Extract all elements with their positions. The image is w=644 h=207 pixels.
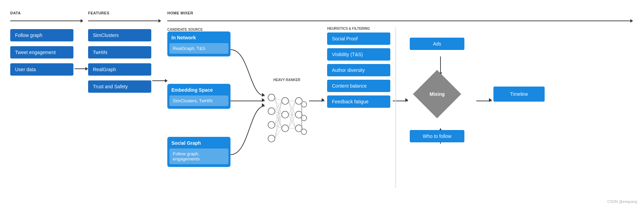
svg-line-35 bbox=[275, 101, 282, 139]
svg-marker-4 bbox=[322, 98, 324, 102]
trust-safety-box: Trust and Safety bbox=[88, 80, 151, 93]
mixing-diamond: Mixing bbox=[413, 70, 461, 118]
svg-point-19 bbox=[282, 125, 289, 132]
main-container: DATA FEATURES HOME MIXER Follow graph Tw… bbox=[0, 0, 644, 207]
feedback-fatigue-box: Feedback fatigue bbox=[327, 95, 390, 108]
features-column: SimClusters TwHIN RealGraph Trust and Sa… bbox=[88, 29, 151, 93]
svg-point-17 bbox=[282, 98, 289, 104]
user-data-box: User data bbox=[10, 63, 73, 76]
data-to-features-line bbox=[74, 68, 86, 69]
neural-network-svg bbox=[265, 84, 309, 152]
svg-line-32 bbox=[275, 101, 282, 125]
heuristics-column: Social Proof Visibility (T&S) Author div… bbox=[327, 33, 390, 108]
features-to-candidate-line bbox=[152, 80, 166, 81]
svg-marker-2 bbox=[262, 103, 265, 107]
svg-point-18 bbox=[282, 111, 289, 118]
ads-box: Ads bbox=[410, 38, 464, 50]
realgraph-box: RealGraph bbox=[88, 63, 151, 76]
timeline-box: Timeline bbox=[493, 87, 545, 102]
features-to-candidate-arrow bbox=[165, 79, 168, 82]
svg-point-16 bbox=[268, 135, 275, 142]
watermark: CSDN @eeqyang bbox=[607, 199, 637, 204]
social-graph-sub: Follow graph, engagements bbox=[169, 148, 228, 164]
svg-point-15 bbox=[268, 121, 275, 128]
candidate-source-label: CANDIDATE SOURCE bbox=[167, 27, 203, 32]
home-mixer-arrow-head bbox=[630, 19, 633, 23]
mixing-diamond-container: Mixing bbox=[415, 72, 459, 116]
social-graph-group: Social Graph Follow graph, engagements bbox=[167, 137, 230, 167]
author-diversity-box: Author diversity bbox=[327, 64, 390, 76]
section-header-features: FEATURES bbox=[88, 10, 109, 15]
svg-point-13 bbox=[268, 94, 275, 101]
section-header-home-mixer: HOME MIXER bbox=[167, 10, 193, 15]
heuristics-label: HEURISTICS & FILTERING bbox=[327, 27, 370, 30]
social-graph-title: Social Graph bbox=[167, 137, 230, 148]
section-header-data: DATA bbox=[10, 10, 21, 15]
svg-point-25 bbox=[301, 129, 307, 134]
social-proof-box: Social Proof bbox=[327, 33, 390, 45]
follow-graph-box: Follow graph bbox=[10, 29, 73, 41]
svg-line-36 bbox=[275, 115, 282, 139]
content-balance-box: Content balance bbox=[327, 80, 390, 92]
simclusters-box: SimClusters bbox=[88, 29, 151, 41]
data-arrow-line bbox=[10, 21, 82, 21]
in-network-group: In Network RealGraph, T&S bbox=[167, 31, 230, 56]
svg-marker-0 bbox=[262, 93, 265, 97]
in-network-title: In Network bbox=[167, 31, 230, 43]
svg-marker-6 bbox=[405, 98, 408, 102]
twhin-box: TwHIN bbox=[88, 46, 151, 59]
data-column: Follow graph Tweet engagement User data bbox=[10, 29, 73, 76]
embedding-space-title: Embedding Space bbox=[167, 84, 230, 95]
home-mixer-arrow-line bbox=[167, 21, 632, 21]
data-arrow-head bbox=[81, 19, 83, 23]
embedding-space-group: Embedding Space SimClusters, TwHIN bbox=[167, 84, 230, 109]
heavy-ranker-label: HEAVY RANKER bbox=[265, 78, 309, 82]
tweet-engagement-box: Tweet engagement bbox=[10, 46, 73, 59]
divider-line bbox=[395, 27, 396, 188]
embedding-space-sub: SimClusters, TwHIN bbox=[169, 95, 228, 106]
features-arrow-line bbox=[88, 21, 160, 21]
data-to-features-arrow bbox=[85, 67, 88, 70]
svg-point-14 bbox=[268, 108, 275, 115]
svg-marker-8 bbox=[489, 98, 492, 102]
in-network-sub: RealGraph, T&S bbox=[169, 43, 228, 54]
who-to-follow-box: Who to follow bbox=[410, 130, 464, 142]
visibility-box: Visibility (T&S) bbox=[327, 48, 390, 61]
mixing-label: Mixing bbox=[430, 91, 445, 97]
svg-marker-1 bbox=[262, 98, 265, 102]
features-arrow-head bbox=[158, 19, 161, 23]
